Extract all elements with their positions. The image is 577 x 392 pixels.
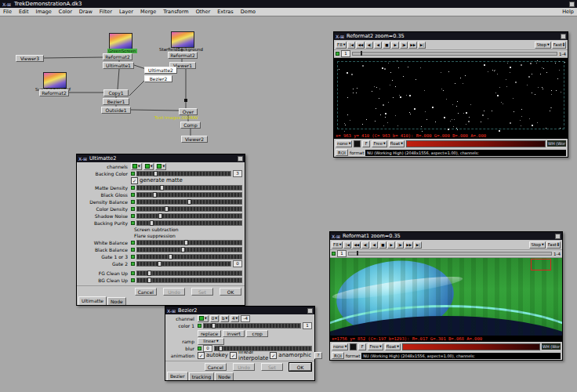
menu-draw[interactable]: Draw bbox=[79, 9, 93, 15]
param-slider[interactable] bbox=[136, 240, 242, 245]
param-slider[interactable] bbox=[136, 254, 242, 260]
keyframe-indicator[interactable] bbox=[131, 172, 135, 176]
anamorphic-checkbox[interactable]: ✓ bbox=[270, 352, 277, 359]
background-swatch[interactable] bbox=[354, 140, 361, 147]
view-mode-dropdown[interactable]: Free ▼ bbox=[372, 140, 386, 147]
keyframe-indicator[interactable] bbox=[131, 193, 135, 197]
ramp-dropdown[interactable]: linear▼ bbox=[198, 338, 224, 345]
menu-extras[interactable]: Extras bbox=[217, 9, 234, 15]
keyframe-indicator[interactable] bbox=[332, 252, 336, 256]
keyframe-indicator[interactable] bbox=[131, 186, 135, 190]
keyframe-indicator[interactable] bbox=[131, 262, 135, 266]
blur-slider[interactable] bbox=[214, 346, 312, 351]
menu-transform[interactable]: Transform bbox=[163, 9, 188, 15]
menu-other[interactable]: Other bbox=[196, 9, 210, 15]
tab-tracking[interactable]: tracking bbox=[189, 372, 215, 380]
color-value-field[interactable]: 1 bbox=[303, 322, 312, 329]
undo-button[interactable]: Undo bbox=[233, 363, 255, 371]
linear-interpolate-checkbox[interactable]: ✓ bbox=[230, 352, 237, 359]
keyframe-indicator[interactable] bbox=[131, 241, 135, 245]
param-slider[interactable] bbox=[136, 185, 242, 191]
channel-value-field[interactable]: -4 bbox=[241, 315, 250, 322]
node-copy1[interactable]: Copy1 bbox=[103, 89, 129, 96]
step-back-button[interactable]: ◀ bbox=[374, 42, 382, 49]
channel-gradient-strip[interactable] bbox=[402, 343, 540, 350]
timeline-slider[interactable] bbox=[352, 52, 557, 56]
fast-forward-button[interactable]: ▶▶ bbox=[408, 42, 417, 49]
node-comp[interactable]: Comp bbox=[180, 122, 201, 129]
node-reformat2-b[interactable]: Reformat2 bbox=[168, 52, 198, 59]
undo-button[interactable]: Undo bbox=[163, 288, 185, 296]
node-ultimatte2[interactable]: Ultimatte2 bbox=[144, 67, 177, 74]
crop-button[interactable]: crop bbox=[246, 330, 268, 337]
keyframe-indicator[interactable] bbox=[131, 271, 135, 275]
play-button[interactable]: ▶ bbox=[387, 241, 395, 249]
close-icon[interactable] bbox=[238, 156, 243, 162]
menu-layer[interactable]: Layer bbox=[119, 9, 133, 15]
play-button[interactable]: ▶ bbox=[391, 42, 399, 49]
step-back-key-button[interactable]: ◀| bbox=[365, 42, 373, 49]
param-slider[interactable] bbox=[136, 206, 242, 212]
lut-dropdown[interactable]: none ▼ bbox=[336, 140, 352, 147]
step-back-button[interactable]: ◀ bbox=[370, 241, 378, 249]
tab-node[interactable]: Node bbox=[107, 297, 126, 305]
ok-button[interactable]: OK bbox=[220, 288, 241, 296]
jump-start-button[interactable]: |◀ bbox=[343, 241, 351, 249]
fast-rewind-button[interactable]: ◀◀ bbox=[352, 241, 361, 249]
bit-depth-dropdown[interactable]: float ▼ bbox=[389, 140, 405, 147]
speed-spinner[interactable]: Fast ▲▼ bbox=[552, 42, 566, 49]
speed-spinner[interactable]: Fast ▲▼ bbox=[546, 241, 561, 249]
keyframe-indicator[interactable] bbox=[198, 347, 201, 350]
viewer2-viewport[interactable] bbox=[330, 258, 562, 336]
channel-b-dropdown[interactable]: b▼ bbox=[220, 315, 229, 322]
frame-number-field[interactable]: 1 bbox=[341, 50, 350, 57]
tab-ultimatte[interactable]: Ultimatte bbox=[78, 296, 107, 305]
stop-button[interactable]: ■ bbox=[379, 241, 386, 249]
keyframe-indicator[interactable] bbox=[131, 221, 135, 225]
keyframe-indicator[interactable] bbox=[131, 200, 135, 204]
playback-stop-dropdown[interactable]: Stop ▼ bbox=[529, 241, 545, 249]
timeline-playhead[interactable] bbox=[361, 51, 362, 56]
keyframe-indicator[interactable] bbox=[131, 255, 135, 259]
menu-filter[interactable]: Filter bbox=[100, 9, 112, 15]
frame-mode-dropdown[interactable]: F8 ▼ bbox=[336, 42, 347, 49]
autokey-checkbox[interactable]: ✓ bbox=[198, 352, 205, 359]
background-swatch[interactable] bbox=[350, 343, 357, 350]
param-slider[interactable] bbox=[136, 278, 242, 283]
ok-button[interactable]: OK bbox=[289, 363, 311, 371]
param-slider[interactable] bbox=[136, 270, 242, 276]
menu-merge[interactable]: Merge bbox=[140, 9, 156, 15]
viewer1-titlebar[interactable]: X-⊞ Reformat2 zoom=0.35 bbox=[334, 32, 568, 40]
channel-r-dropdown[interactable]: ▼ bbox=[131, 163, 142, 170]
dialog-titlebar[interactable]: X-⊞ Bezier2 bbox=[165, 307, 314, 314]
lut-dropdown[interactable]: none ▼ bbox=[332, 343, 348, 350]
dialog-titlebar[interactable]: X-⊞ Ultimatte2 bbox=[77, 154, 245, 162]
blur-value-field[interactable]: 0 bbox=[203, 345, 212, 352]
thumbnail-superimpose[interactable] bbox=[43, 72, 67, 89]
keyframe-indicator[interactable] bbox=[198, 324, 201, 328]
set-button[interactable]: Set bbox=[191, 288, 213, 296]
node-bezier1[interactable]: Bezier1 bbox=[103, 98, 129, 105]
tab-node[interactable]: Node bbox=[215, 372, 234, 380]
channel-4-dropdown[interactable]: 4▼ bbox=[230, 315, 239, 322]
menu-edit[interactable]: Edit bbox=[19, 9, 29, 15]
stop-button[interactable]: ■ bbox=[383, 42, 390, 49]
node-connector-dot[interactable] bbox=[184, 99, 187, 102]
node-ultimatte1[interactable]: Ultimatte1 bbox=[103, 62, 134, 69]
fast-forward-button[interactable]: ▶▶ bbox=[405, 241, 413, 249]
cancel-button[interactable]: Cancel bbox=[205, 363, 227, 371]
node-reformat2-a[interactable]: Reformat2 bbox=[103, 53, 132, 60]
roi-selection-rectangle[interactable] bbox=[531, 259, 551, 270]
menu-image[interactable]: Image bbox=[35, 9, 51, 15]
roi-button[interactable]: ROI bbox=[332, 352, 344, 359]
timeline-playhead[interactable] bbox=[357, 251, 358, 256]
thumbnail-greenscreen[interactable] bbox=[109, 33, 132, 49]
node-reformat2-c[interactable]: Reformat2 bbox=[39, 89, 69, 96]
param-slider[interactable] bbox=[136, 192, 242, 198]
node-bezier2[interactable]: Bezier2 bbox=[144, 75, 172, 82]
frame-number-field[interactable]: 1 bbox=[337, 250, 347, 257]
playback-stop-dropdown[interactable]: Stop ▼ bbox=[535, 42, 550, 49]
param-slider[interactable] bbox=[136, 220, 242, 226]
keyframe-indicator[interactable] bbox=[131, 207, 135, 211]
gate2-value[interactable]: 0 bbox=[233, 260, 242, 267]
